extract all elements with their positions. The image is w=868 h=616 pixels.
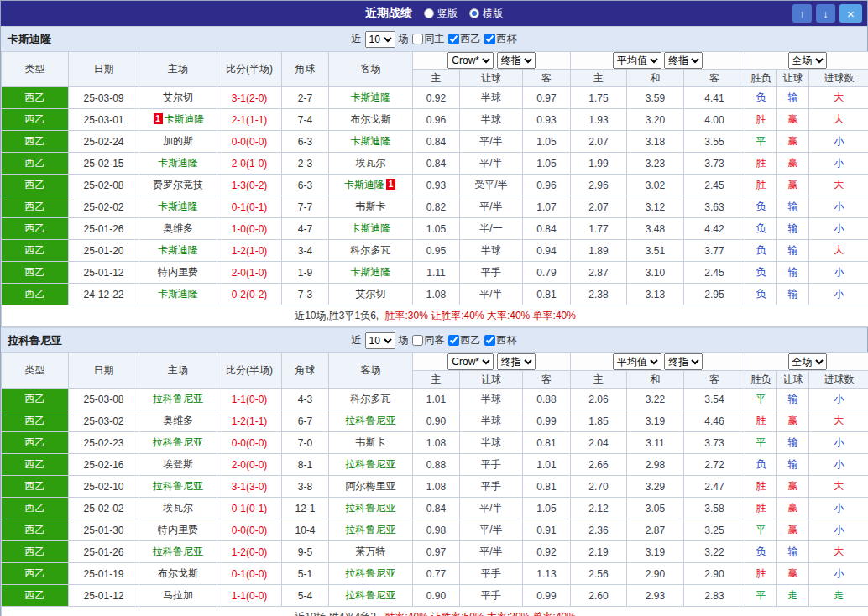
same-side-checkbox[interactable]: 同客 [412,333,445,347]
final-odds-select-2[interactable]: 终指 [664,353,703,370]
odds-home-cell: 1.05 [413,218,460,240]
away-team-cell: 拉科鲁尼亚 [329,498,413,519]
home-team-link[interactable]: 特内里费 [158,266,198,278]
date-cell: 25-01-12 [69,262,139,284]
away-team-link[interactable]: 莱万特 [356,546,386,557]
result-cell: 胜 [745,563,777,585]
home-team-link[interactable]: 费罗尔竞技 [153,179,203,191]
league-b-checkbox[interactable]: 西杯 [484,333,517,347]
league-cell: 西乙 [2,153,69,175]
scope-select[interactable]: 全场 [788,52,827,69]
away-team-link[interactable]: 艾尔切 [356,288,386,300]
average-select[interactable]: 平均值 [613,52,661,69]
away-team-link[interactable]: 拉科鲁尼亚 [346,589,396,601]
odds-company-select[interactable]: Crow* [447,353,494,370]
home-team-link[interactable]: 卡斯迪隆 [158,157,198,169]
home-team-link[interactable]: 布尔戈斯 [158,567,198,579]
home-team-link[interactable]: 特内里费 [158,524,198,535]
match-count-select[interactable]: 10 [365,332,395,349]
layout-radio-vertical[interactable]: 竖版 [424,7,458,21]
away-team-link[interactable]: 阿尔梅里亚 [346,480,396,492]
handicap-cell: 平/半 [460,153,523,175]
col-avg-draw: 和 [627,70,684,87]
home-team-link[interactable]: 卡斯迪隆 [158,288,198,300]
same-side-input[interactable] [412,34,423,44]
scope-select[interactable]: 全场 [788,353,827,370]
away-team-cell: 韦斯卡 [329,432,413,454]
home-team-link[interactable]: 艾尔切 [163,91,193,103]
away-team-link[interactable]: 韦斯卡 [356,436,386,448]
league-b-checkbox[interactable]: 西杯 [484,32,517,46]
away-team-cell: 拉科鲁尼亚 [329,410,413,432]
league-a-checkbox[interactable]: 西乙 [448,32,481,46]
league-a-checkbox[interactable]: 西乙 [448,333,481,347]
same-side-input[interactable] [412,335,423,346]
move-down-button[interactable]: ↓ [816,4,835,23]
away-team-link[interactable]: 拉科鲁尼亚 [346,458,396,470]
final-odds-select[interactable]: 终指 [497,52,536,69]
away-team-link[interactable]: 科尔多瓦 [351,244,391,256]
away-team-link[interactable]: 卡斯迪隆 [351,266,391,278]
final-odds-select-2[interactable]: 终指 [664,52,703,69]
move-up-button[interactable]: ↑ [792,4,812,23]
match-count-select[interactable]: 10 [365,31,395,48]
home-team-link[interactable]: 拉科鲁尼亚 [153,480,203,492]
away-team-link[interactable]: 拉科鲁尼亚 [346,524,396,535]
league-a-input[interactable] [448,335,459,346]
home-team-link[interactable]: 拉科鲁尼亚 [153,393,203,405]
close-button[interactable]: × [839,4,862,23]
away-team-link[interactable]: 拉科鲁尼亚 [346,502,396,514]
away-team-link[interactable]: 拉科鲁尼亚 [346,415,396,426]
home-team-link[interactable]: 拉科鲁尼亚 [153,546,203,557]
league-cell: 西乙 [2,284,69,305]
away-team-link[interactable]: 布尔戈斯 [351,113,391,125]
result-cell: 胜 [745,153,777,175]
goals-cell: 大 [809,410,868,432]
red-card-badge: 1 [154,113,163,124]
away-team-link[interactable]: 卡斯迪隆 [351,135,391,147]
home-team-link[interactable]: 卡斯迪隆 [158,201,198,212]
away-team-link[interactable]: 卡斯迪隆 [344,179,384,191]
avg-draw-cell: 3.59 [627,87,684,109]
away-team-link[interactable]: 韦斯卡 [356,201,386,212]
score-cell: 1-3(0-2) [217,175,282,196]
avg-home-cell: 2.96 [571,175,627,196]
away-team-link[interactable]: 埃瓦尔 [356,157,386,169]
corner-cell: 3-8 [282,476,329,498]
league-a-input[interactable] [448,34,459,44]
home-team-link[interactable]: 卡斯迪隆 [165,113,205,125]
avg-home-cell: 2.19 [571,541,627,563]
away-team-link[interactable]: 卡斯迪隆 [351,91,391,103]
final-odds-select[interactable]: 终指 [497,353,536,370]
home-team-link[interactable]: 奥维多 [163,222,193,234]
average-select[interactable]: 平均值 [613,353,661,370]
col-type: 类型 [2,353,69,389]
league-cell: 西乙 [2,498,69,519]
date-cell: 25-03-08 [69,389,139,410]
score-cell: 1-0(0-0) [217,218,282,240]
home-team-link[interactable]: 加的斯 [163,135,193,147]
league-a-label: 西乙 [461,333,481,347]
home-team-link[interactable]: 奥维多 [163,415,193,426]
home-team-link[interactable]: 卡斯迪隆 [158,244,198,256]
home-team-link[interactable]: 埃登斯 [163,458,193,470]
away-team-link[interactable]: 卡斯迪隆 [351,222,391,234]
result-cell: 负 [745,541,777,563]
avg-away-cell: 2.45 [684,175,745,196]
layout-radio-horizontal[interactable]: 横版 [469,7,503,21]
league-b-input[interactable] [484,335,495,346]
corner-cell: 7-0 [282,432,329,454]
league-b-input[interactable] [484,34,495,44]
same-side-checkbox[interactable]: 同主 [412,32,445,46]
away-team-link[interactable]: 科尔多瓦 [351,393,391,405]
odds-away-cell: 1.05 [523,131,571,153]
corner-cell: 12-1 [282,498,329,519]
odds-company-select[interactable]: Crow* [447,52,494,69]
away-team-link[interactable]: 拉科鲁尼亚 [346,567,396,579]
score-cell: 2-0(0-0) [217,454,282,476]
home-team-link[interactable]: 马拉加 [163,589,193,601]
home-team-link[interactable]: 埃瓦尔 [163,502,193,514]
avg-away-cell: 2.90 [684,563,745,585]
result-cell: 平 [745,389,777,410]
home-team-link[interactable]: 拉科鲁尼亚 [153,436,203,448]
